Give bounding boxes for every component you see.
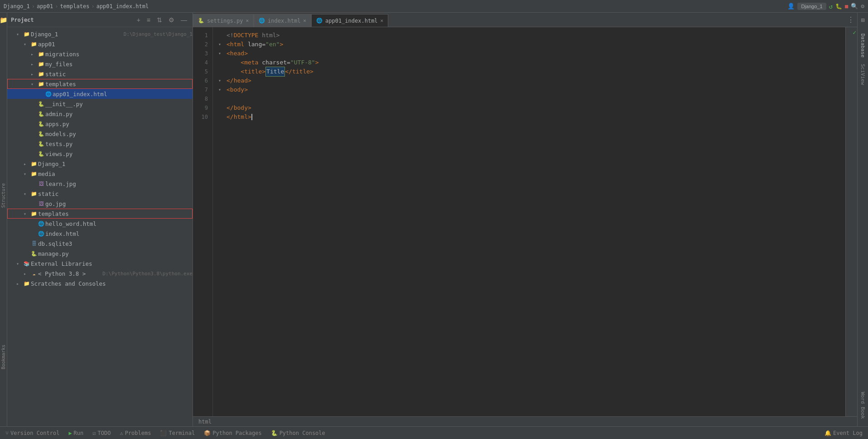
tab-close-app01-index[interactable]: ✕	[381, 18, 384, 24]
breadcrumb-templates[interactable]: templates	[60, 3, 89, 10]
fold-3: ▾	[218, 49, 227, 58]
event-log-button[interactable]: 🔔 Event Log	[823, 427, 864, 439]
label-app01-index: app01_index.html	[53, 91, 193, 98]
tree-item-templates-app01[interactable]: 📁 templates	[7, 79, 193, 89]
label-admin: admin.py	[45, 111, 193, 117]
status-bar: ⑂ Version Control ▶ Run ☑ TODO ⚠ Problem…	[0, 426, 868, 439]
tree-item-app01[interactable]: 📁 app01	[7, 39, 193, 49]
stop-icon[interactable]: ■	[845, 3, 848, 10]
label-templates-app01: templates	[45, 81, 193, 88]
tree-item-models[interactable]: 🐍 models.py	[7, 129, 193, 139]
code-line-2: ▾ <html lang = "en" >	[218, 40, 840, 49]
settings-button[interactable]: ⚙	[167, 15, 176, 24]
tree-item-static-root[interactable]: 📁 static	[7, 189, 193, 199]
project-panel-title: Project	[11, 17, 132, 23]
extlibs-icon: 📚	[23, 260, 31, 267]
problems-label: Problems	[125, 430, 151, 436]
tree-item-scratches[interactable]: 📁 Scratches and Consoles	[7, 278, 193, 288]
run-button[interactable]: ▶ Run	[67, 427, 85, 439]
label-migrations: migrations	[45, 51, 193, 58]
py-icon-manage: 🐍	[30, 250, 38, 257]
html-icon-app01-index: 🌐	[44, 91, 53, 97]
tree-item-views[interactable]: 🐍 views.py	[7, 149, 193, 159]
tree-item-templates-root[interactable]: 📁 templates	[7, 209, 193, 219]
tree-item-manage[interactable]: 🐍 manage.py	[7, 249, 193, 259]
python-console-button[interactable]: 🐍 Python Console	[269, 427, 327, 439]
tree-item-init[interactable]: 🐍 __init__.py	[7, 99, 193, 109]
todo-button[interactable]: ☑ TODO	[91, 427, 112, 439]
db-icon-sqlite: 🗄	[30, 240, 38, 247]
tree-item-tests[interactable]: 🐍 tests.py	[7, 139, 193, 149]
label-extlibs: External Libraries	[31, 260, 193, 267]
python-packages-button[interactable]: 📦 Python Packages	[202, 427, 263, 439]
tree-item-index-html[interactable]: 🌐 index.html	[7, 229, 193, 239]
tree-item-static-app01[interactable]: 📁 static	[7, 69, 193, 79]
terminal-button[interactable]: ⬛ Terminal	[158, 427, 197, 439]
folder-icon-static-root: 📁	[30, 190, 38, 197]
expand-button[interactable]: ⇅	[155, 15, 164, 24]
tab-app01-index[interactable]: 🌐 app01_index.html ✕	[311, 14, 388, 27]
project-icon[interactable]: 📁	[0, 16, 7, 24]
sciview-tab[interactable]: SciView	[859, 61, 867, 88]
label-db: db.sqlite3	[38, 240, 193, 247]
tab-close-index[interactable]: ✕	[303, 18, 306, 24]
problems-button[interactable]: ⚠ Problems	[118, 427, 153, 439]
label-init: __init__.py	[45, 101, 193, 107]
database-tab[interactable]: Database	[859, 31, 867, 60]
py-icon-tests: 🐍	[37, 141, 45, 147]
folder-icon-migrations: 📁	[37, 51, 45, 57]
tree-item-migrations[interactable]: 📁 migrations	[7, 49, 193, 59]
run-config-dropdown[interactable]: Django_1	[797, 3, 826, 10]
settings-icon[interactable]: ⚙	[861, 3, 864, 10]
breadcrumb-django1[interactable]: Django_1	[4, 3, 30, 10]
tree-item-go[interactable]: 🖼 go.jpg	[7, 199, 193, 209]
avatar-icon[interactable]: 👤	[787, 3, 795, 10]
tree-item-app01-index[interactable]: 🌐 app01_index.html	[7, 89, 193, 99]
close-panel-button[interactable]: —	[179, 15, 189, 24]
label-media: media	[38, 171, 193, 177]
wordbook-tab[interactable]: Word Book	[859, 389, 867, 422]
code-content[interactable]: <!DOCTYPE html> ▾ <html lang = "en" > ▾ …	[213, 27, 845, 416]
structure-side-label[interactable]: Structure	[0, 181, 7, 210]
tree-item-db[interactable]: 🗄 db.sqlite3	[7, 239, 193, 249]
path-python38: D:\Python\Python3.8\python.exe	[102, 271, 193, 277]
fold-5	[218, 67, 227, 76]
tree-item-helloword[interactable]: 🌐 hello_word.html	[7, 219, 193, 229]
right-expand-icon[interactable]: ⊞	[861, 16, 864, 24]
fold-8	[218, 94, 227, 103]
tab-index-html[interactable]: 🌐 index.html ✕	[254, 14, 311, 27]
tree-item-extlibs[interactable]: 📚 External Libraries	[7, 259, 193, 268]
code-line-10: </html>	[218, 112, 840, 122]
bookmarks-side-label[interactable]: Bookmarks	[0, 343, 7, 371]
code-line-4: <meta charset = "UTF-8" >	[218, 58, 840, 67]
tree-item-admin[interactable]: 🐍 admin.py	[7, 109, 193, 119]
tree-item-media[interactable]: 📁 media	[7, 169, 193, 179]
code-line-8	[218, 94, 840, 103]
tree-item-python38[interactable]: ☁ < Python 3.8 > D:\Python\Python3.8\pyt…	[7, 268, 193, 278]
label-python38: < Python 3.8 >	[38, 270, 101, 277]
tree-item-learn[interactable]: 🖼 learn.jpg	[7, 179, 193, 189]
tree-item-apps[interactable]: 🐍 apps.py	[7, 119, 193, 129]
folder-icon-templates-app01: 📁	[37, 81, 45, 87]
branch-icon: ⑂	[5, 430, 9, 436]
project-toolbar: Project + ≡ ⇅ ⚙ —	[7, 13, 193, 27]
collapse-all-button[interactable]: ≡	[145, 15, 152, 24]
tree-item-django1-sub[interactable]: 📁 Django_1	[7, 159, 193, 169]
breadcrumb-app01[interactable]: app01	[37, 3, 53, 10]
label-views: views.py	[45, 151, 193, 157]
search-icon[interactable]: 🔍	[851, 3, 858, 10]
tab-menu-button[interactable]: ⋮	[844, 15, 857, 24]
breadcrumb-file[interactable]: app01_index.html	[96, 3, 149, 10]
refresh-icon[interactable]: ↺	[829, 3, 833, 10]
label-helloword: hello_word.html	[45, 220, 193, 227]
new-file-button[interactable]: +	[135, 15, 142, 24]
label-index-html: index.html	[45, 230, 193, 237]
tree-item-myfiles[interactable]: 📁 my_files	[7, 59, 193, 69]
version-control-button[interactable]: ⑂ Version Control	[4, 427, 61, 439]
tree-item-django1-root[interactable]: 📁 Django_1 D:\Django_test\Django_1	[7, 29, 193, 39]
debug-icon[interactable]: 🐛	[835, 3, 842, 10]
tab-settings-py[interactable]: 🐍 settings.py ✕	[193, 14, 254, 27]
html-icon-index: 🌐	[37, 230, 45, 237]
tab-close-settings[interactable]: ✕	[246, 18, 249, 24]
arrow-scratches	[16, 281, 23, 286]
